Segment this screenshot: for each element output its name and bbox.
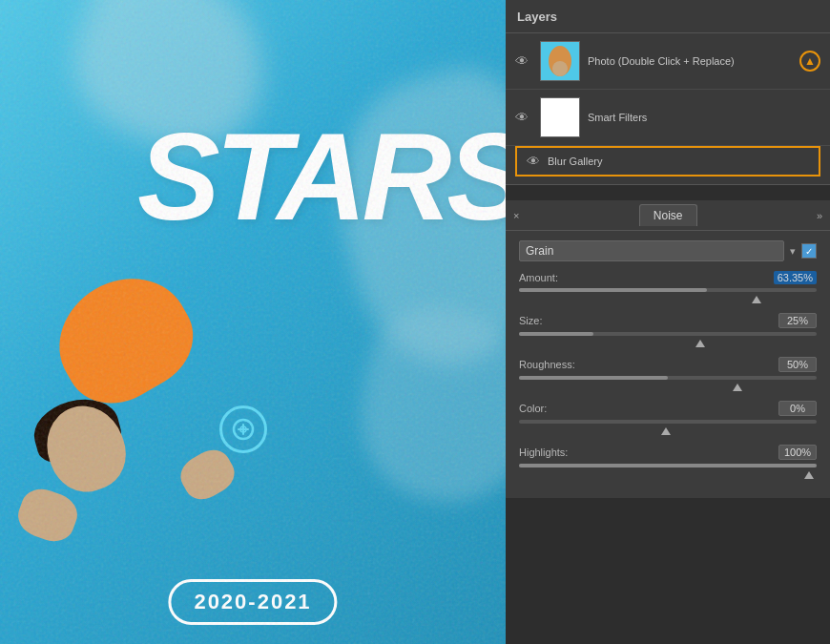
noise-tab-container: Noise xyxy=(639,204,697,226)
filter-body: Grain Dust & Scratches Add Noise ▾ ✓ Amo… xyxy=(506,231,830,498)
color-label: Color: xyxy=(519,403,547,414)
size-slider-track[interactable] xyxy=(519,332,817,336)
visibility-icon-smart-filters[interactable]: 👁 xyxy=(515,110,532,125)
visibility-icon-photo[interactable]: 👁 xyxy=(515,53,532,69)
enable-checkbox[interactable]: ✓ xyxy=(801,243,817,259)
highlights-slider-fill xyxy=(519,464,817,467)
blur-gallery-name: Blur Gallery xyxy=(548,156,602,167)
canvas-area: STARS 2020-2021 xyxy=(0,0,506,644)
color-slider-track[interactable] xyxy=(519,420,817,424)
amount-label-row: Amount: 63.35% xyxy=(519,271,817,284)
right-panel: Layers 👁 Photo (Double Click + Replace) … xyxy=(506,0,830,644)
size-label: Size: xyxy=(519,315,542,326)
close-button[interactable]: × xyxy=(513,210,519,221)
color-value[interactable]: 0% xyxy=(778,401,817,416)
layer-item-photo[interactable]: 👁 Photo (Double Click + Replace) ▲ xyxy=(506,33,830,90)
amount-label: Amount: xyxy=(519,272,558,283)
layer-item-smart-filters[interactable]: 👁 Smart Filters xyxy=(506,90,830,146)
amount-thumb-container xyxy=(519,296,817,303)
layer-name-smart-filters: Smart Filters xyxy=(588,112,820,123)
roughness-slider-track[interactable] xyxy=(519,376,817,380)
highlights-slider-row: Highlights: 100% xyxy=(519,445,817,479)
highlights-label-row: Highlights: 100% xyxy=(519,445,817,460)
layer-thumb-smart-filters xyxy=(540,97,580,137)
highlights-thumb-container xyxy=(519,471,817,479)
roughness-label: Roughness: xyxy=(519,359,575,370)
color-slider-row: Color: 0% xyxy=(519,401,817,435)
amount-slider-fill xyxy=(519,288,707,292)
filter-panel: × Noise » Grain Dust & Scratches Add Noi… xyxy=(506,200,830,498)
roughness-value[interactable]: 50% xyxy=(778,357,817,372)
highlights-slider-thumb[interactable] xyxy=(804,471,814,479)
layers-title: Layers xyxy=(517,10,557,24)
highlights-value[interactable]: 100% xyxy=(778,445,817,460)
roughness-thumb-container xyxy=(519,384,817,391)
layer-expand-button[interactable]: ▲ xyxy=(799,51,820,72)
filter-panel-header: × Noise » xyxy=(506,200,830,231)
color-label-row: Color: 0% xyxy=(519,401,817,416)
grain-dropdown-row: Grain Dust & Scratches Add Noise ▾ ✓ xyxy=(519,240,817,261)
noise-tab[interactable]: Noise xyxy=(639,204,697,226)
size-slider-fill xyxy=(519,332,593,336)
size-label-row: Size: 25% xyxy=(519,313,817,328)
svg-point-4 xyxy=(552,61,568,76)
color-slider-thumb[interactable] xyxy=(661,427,671,435)
size-value[interactable]: 25% xyxy=(778,313,817,328)
roughness-slider-row: Roughness: 50% xyxy=(519,357,817,391)
layers-header: Layers xyxy=(506,0,830,33)
noise-overlay xyxy=(0,0,506,644)
layers-panel: Layers 👁 Photo (Double Click + Replace) … xyxy=(506,0,830,185)
amount-slider-thumb[interactable] xyxy=(752,296,761,303)
roughness-slider-fill xyxy=(519,376,668,380)
size-slider-row: Size: 25% xyxy=(519,313,817,347)
highlights-label: Highlights: xyxy=(519,447,568,458)
roughness-slider-thumb[interactable] xyxy=(733,384,742,391)
visibility-icon-blur-gallery[interactable]: 👁 xyxy=(527,154,544,169)
size-thumb-container xyxy=(519,340,817,347)
size-slider-thumb[interactable] xyxy=(695,340,705,347)
blur-gallery-row[interactable]: 👁 Blur Gallery xyxy=(515,146,820,177)
amount-slider-track[interactable] xyxy=(519,288,817,292)
highlights-slider-track[interactable] xyxy=(519,464,817,467)
amount-slider-row: Amount: 63.35% xyxy=(519,271,817,303)
grain-dropdown[interactable]: Grain Dust & Scratches Add Noise xyxy=(519,240,784,261)
layer-name-photo: Photo (Double Click + Replace) xyxy=(588,55,792,67)
color-thumb-container xyxy=(519,427,817,435)
dropdown-chevron-icon: ▾ xyxy=(790,245,796,258)
amount-value[interactable]: 63.35% xyxy=(774,271,817,284)
layer-thumb-photo xyxy=(540,41,580,81)
collapse-button[interactable]: » xyxy=(817,210,822,221)
roughness-label-row: Roughness: 50% xyxy=(519,357,817,372)
